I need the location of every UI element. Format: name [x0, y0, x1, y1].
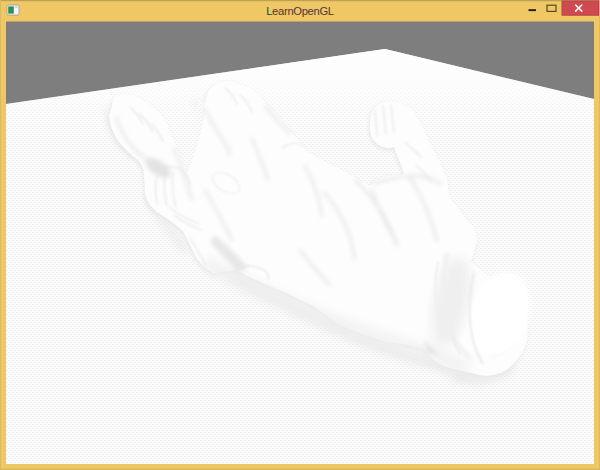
- svg-text:LearnOpenGL: LearnOpenGL: [266, 5, 334, 17]
